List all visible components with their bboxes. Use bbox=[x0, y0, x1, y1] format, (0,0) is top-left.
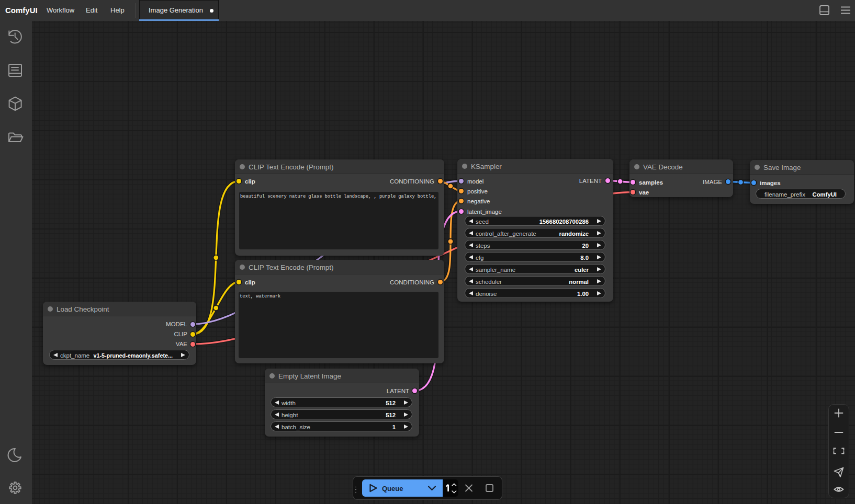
svg-text:Queue: Queue bbox=[382, 485, 403, 492]
